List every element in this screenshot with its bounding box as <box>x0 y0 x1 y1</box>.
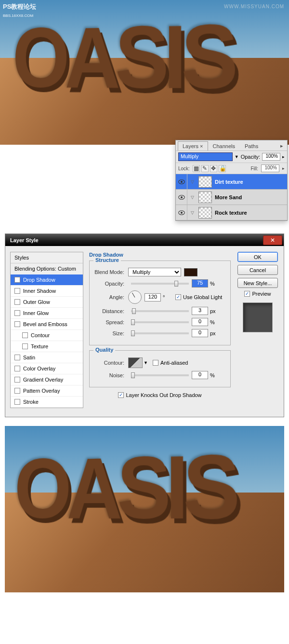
style-stroke[interactable]: Stroke <box>11 397 83 408</box>
opacity-label: Opacity: <box>94 281 128 287</box>
layer-row-sand[interactable]: ▽ More Sand <box>176 190 287 205</box>
blend-mode-dropdown[interactable]: Multiply <box>128 268 181 276</box>
layer-style-dialog: Layer Style ✕ Styles Blending Options: C… <box>5 233 284 417</box>
style-inner-glow[interactable]: Inner Glow <box>11 308 83 319</box>
style-bevel[interactable]: Bevel and Emboss <box>11 319 83 330</box>
ok-button[interactable]: OK <box>237 252 278 262</box>
checkbox-icon[interactable] <box>14 399 20 405</box>
layer-thumb[interactable] <box>198 192 212 203</box>
svg-point-3 <box>180 196 182 198</box>
preview-label: Preview <box>252 291 271 297</box>
fill-label: Fill: <box>250 166 258 171</box>
shadow-color-swatch[interactable] <box>184 268 197 276</box>
checkbox-icon[interactable] <box>14 366 20 371</box>
oasis-text-3d: OASIS <box>13 1 289 143</box>
structure-legend: Structure <box>93 257 121 263</box>
svg-point-1 <box>180 180 182 182</box>
lock-image-icon[interactable]: ✎ <box>201 165 209 172</box>
layer-row-dirt[interactable]: ▽ Dirt texture <box>176 174 287 190</box>
spread-value[interactable]: 0 <box>192 318 208 326</box>
layer-row-rock[interactable]: ▽ Rock texture <box>176 205 287 220</box>
size-label: Size: <box>94 330 128 336</box>
new-style-button[interactable]: New Style... <box>237 278 278 288</box>
knocks-out-label: Layer Knocks Out Drop Shadow <box>126 392 201 398</box>
contour-picker[interactable] <box>128 357 143 368</box>
style-texture[interactable]: Texture <box>11 341 83 352</box>
style-pattern-overlay[interactable]: Pattern Overlay <box>11 385 83 397</box>
checkbox-icon[interactable] <box>14 355 20 360</box>
blend-mode-select[interactable]: Multiply <box>178 152 233 161</box>
contour-arrow[interactable]: ▼ <box>144 360 148 365</box>
noise-slider[interactable] <box>131 374 189 376</box>
spread-label: Spread: <box>94 319 128 325</box>
checkbox-icon[interactable] <box>22 332 28 338</box>
blending-options-item[interactable]: Blending Options: Custom <box>11 263 83 274</box>
contour-label: Contour: <box>94 360 128 366</box>
size-value[interactable]: 0 <box>192 329 208 337</box>
opacity-input[interactable]: 100% <box>262 153 280 161</box>
anti-aliased-checkbox[interactable] <box>153 360 158 366</box>
opacity-arrow[interactable]: ▸ <box>282 154 285 159</box>
style-outer-glow[interactable]: Outer Glow <box>11 297 83 308</box>
spread-slider[interactable] <box>131 321 189 323</box>
blend-mode-arrow[interactable]: ▼ <box>235 154 239 159</box>
distance-slider[interactable] <box>131 310 189 312</box>
angle-dial[interactable] <box>128 290 142 304</box>
styles-header[interactable]: Styles <box>11 252 83 263</box>
panel-menu-icon[interactable]: ▸ <box>278 143 285 149</box>
style-inner-shadow[interactable]: Inner Shadow <box>11 286 83 297</box>
layer-expand-icon[interactable]: ▽ <box>189 210 196 215</box>
lock-position-icon[interactable]: ✥ <box>210 165 217 172</box>
visibility-toggle-icon[interactable] <box>176 190 187 205</box>
layer-expand-icon[interactable]: ▽ <box>189 195 196 200</box>
layer-expand-icon[interactable]: ▽ <box>189 179 196 184</box>
dialog-title: Layer Style <box>10 237 39 243</box>
lock-label: Lock: <box>178 166 190 171</box>
style-gradient-overlay[interactable]: Gradient Overlay <box>11 374 83 385</box>
cancel-button[interactable]: Cancel <box>237 265 278 275</box>
opacity-slider[interactable] <box>131 283 189 285</box>
checkbox-icon[interactable] <box>14 310 20 316</box>
angle-label: Angle: <box>94 294 128 300</box>
checkbox-icon[interactable] <box>14 299 20 305</box>
close-icon[interactable]: ✕ <box>263 235 282 245</box>
style-satin[interactable]: Satin <box>11 352 83 363</box>
tab-paths[interactable]: Paths <box>240 141 263 151</box>
lock-all-icon[interactable]: 🔒 <box>219 165 226 172</box>
checkbox-icon[interactable] <box>14 277 20 283</box>
checkbox-icon[interactable] <box>22 343 28 349</box>
layer-name: More Sand <box>215 194 242 200</box>
quality-legend: Quality <box>93 347 115 353</box>
checkbox-icon[interactable] <box>14 321 20 327</box>
opacity-label: Opacity: <box>241 154 260 160</box>
layer-name: Rock texture <box>215 210 247 216</box>
checkbox-icon[interactable] <box>14 377 20 383</box>
checkbox-icon[interactable] <box>14 288 20 294</box>
opacity-value[interactable]: 75 <box>192 279 208 288</box>
blend-mode-label: Blend Mode: <box>94 269 128 275</box>
tab-layers[interactable]: Layers × <box>178 141 208 151</box>
style-color-overlay[interactable]: Color Overlay <box>11 363 83 374</box>
dialog-titlebar[interactable]: Layer Style ✕ <box>5 234 284 246</box>
layer-thumb[interactable] <box>198 176 212 188</box>
visibility-toggle-icon[interactable] <box>176 174 187 189</box>
style-contour[interactable]: Contour <box>11 330 83 341</box>
visibility-toggle-icon[interactable] <box>176 205 187 220</box>
layer-thumb[interactable] <box>198 207 212 219</box>
preview-checkbox[interactable] <box>244 291 250 297</box>
checkbox-icon[interactable] <box>14 388 20 394</box>
lock-transparency-icon[interactable]: ▦ <box>193 165 200 172</box>
global-light-checkbox[interactable] <box>175 294 181 300</box>
noise-value[interactable]: 0 <box>192 371 208 379</box>
fill-input[interactable]: 100% <box>261 164 279 172</box>
fill-arrow[interactable]: ▸ <box>282 166 285 171</box>
artwork-preview-bottom: OASIS <box>5 426 284 592</box>
size-slider[interactable] <box>131 332 189 334</box>
tab-channels[interactable]: Channels <box>208 141 240 151</box>
style-drop-shadow[interactable]: Drop Shadow <box>11 274 83 286</box>
knocks-out-checkbox[interactable] <box>118 392 124 398</box>
anti-aliased-label: Anti-aliased <box>160 360 188 366</box>
angle-value[interactable]: 120 <box>144 293 161 301</box>
svg-point-5 <box>180 211 182 213</box>
distance-value[interactable]: 3 <box>192 307 208 315</box>
